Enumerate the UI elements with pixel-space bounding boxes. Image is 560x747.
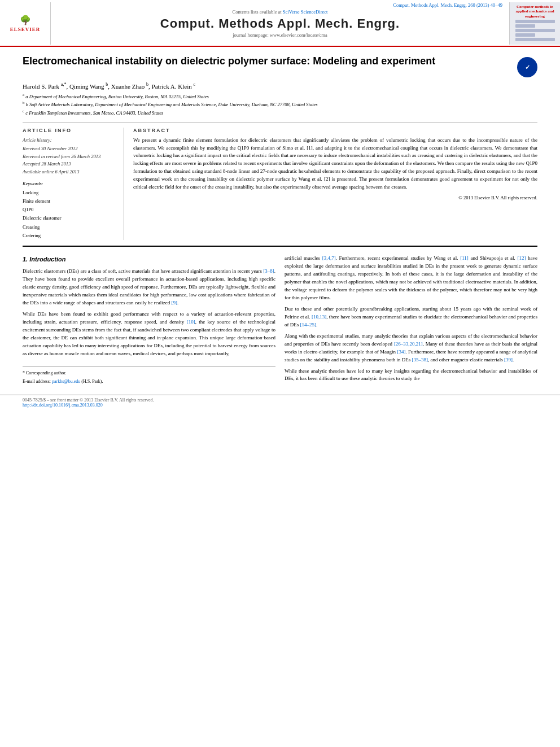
body-para-r1: artificial muscles [3,4,7]. Furthermore,… [285, 255, 537, 302]
history-accepted: Accepted 28 March 2013 [23, 160, 118, 168]
elsevier-tree-icon: 🌳 [20, 15, 31, 25]
body-para-r4: While these analytic theories have led t… [285, 368, 537, 383]
ref-14-25[interactable]: [14–25] [300, 322, 317, 327]
ref-3-8[interactable]: [3–8] [263, 268, 274, 274]
footnote-email: E-mail address: parkhs@bu.edu (H.S. Park… [23, 378, 275, 385]
journal-thumbnail-lines [515, 20, 555, 42]
history-received: Received 30 November 2012 [23, 145, 118, 153]
ref-39[interactable]: [39] [504, 357, 513, 362]
elsevier-brand-text: ELSEVIER [10, 27, 41, 32]
sciverse-line: Contents lists available at SciVerse Sci… [233, 9, 328, 15]
article-info-label: ARTICLE INFO [23, 128, 118, 133]
abstract-text: We present a dynamic finite element form… [133, 137, 537, 192]
journal-thumbnail-title: Computer methods in applied mechanics an… [512, 5, 558, 19]
history-revised: Received in revised form 26 March 2013 [23, 153, 118, 161]
history-online: Available online 6 April 2013 [23, 168, 118, 176]
copyright-line: © 2013 Elsevier B.V. All rights reserved… [133, 195, 537, 200]
ref-35-38[interactable]: [35–38] [412, 357, 428, 362]
affil-b: b b Soft Active Materials Laboratory, De… [23, 100, 537, 108]
kw-locking: Locking [23, 189, 118, 197]
body-para-2: While DEs have been found to exhibit goo… [23, 311, 275, 358]
journal-title: Comput. Methods Appl. Mech. Engrg. [160, 16, 400, 31]
footnote-area: * Corresponding author. E-mail address: … [23, 366, 275, 386]
email-label: E-mail address: [23, 379, 51, 384]
ref-11[interactable]: [11] [460, 255, 469, 261]
body-para-r3: Along with the experimental studies, man… [285, 333, 537, 364]
ref-1013[interactable]: [10,13] [312, 314, 326, 320]
ref-12[interactable]: [12] [517, 255, 526, 261]
footer-doi: http://dx.doi.org/10.1016/j.cma.2013.03.… [23, 403, 154, 408]
journal-ref-line: Comput. Methods Appl. Mech. Engrg. 260 (… [393, 1, 507, 8]
footer-doi-link[interactable]: http://dx.doi.org/10.1016/j.cma.2013.03.… [23, 403, 103, 408]
article-title-text: Electromechanical instability on dielect… [23, 55, 517, 68]
keywords-list: Locking Finite element Q1P0 Dielectric e… [23, 189, 118, 241]
affil-c: c c Franklin Templeton Investments, San … [23, 108, 537, 117]
footer-issn: 0045-7825/$ – see front matter © 2013 El… [23, 397, 154, 403]
main-body: 1. Introduction Dielectric elastomers (D… [23, 246, 537, 387]
footnote-corresponding: * Corresponding author. [23, 370, 275, 377]
email-link[interactable]: parkhs@bu.edu [52, 379, 80, 384]
ref-9[interactable]: [9] [171, 300, 177, 305]
thumbnail-line-3 [515, 29, 555, 32]
author-xuanhe: Xuanhe Zhao b, [111, 83, 152, 90]
kw-cratering: Cratering [23, 231, 118, 240]
crossmark-badge[interactable]: ✓ [517, 57, 537, 77]
author-patrick: Patrick A. Klein c [152, 83, 196, 90]
crossmark-icon: ✓ [525, 63, 530, 71]
article-info-abstract-row: ARTICLE INFO Article history: Received 3… [23, 123, 537, 241]
author-harold: Harold S. Park a,*, [23, 83, 69, 90]
journal-homepage: journal homepage: www.elsevier.com/locat… [233, 32, 327, 38]
thumbnail-line-2 [515, 24, 535, 28]
ref-26-33[interactable]: [26–33,20,21] [394, 341, 423, 347]
journal-header: 🌳 ELSEVIER Contents lists available at S… [0, 0, 560, 47]
ref-347[interactable]: [3,4,7] [322, 255, 336, 261]
body-col-left: 1. Introduction Dielectric elastomers (D… [23, 255, 275, 387]
kw-creasing: Creasing [23, 223, 118, 231]
thumbnail-line-4 [515, 33, 535, 37]
ref-34[interactable]: [34] [397, 349, 405, 355]
article-info-col: ARTICLE INFO Article history: Received 3… [23, 128, 124, 241]
body-col-right: artificial muscles [3,4,7]. Furthermore,… [285, 255, 537, 387]
abstract-label: ABSTRACT [133, 128, 537, 133]
abstract-col: ABSTRACT We present a dynamic finite ele… [133, 128, 537, 241]
thumbnail-line-5 [515, 38, 555, 41]
email-name: (H.S. Park). [81, 379, 103, 384]
keywords-title: Keywords: [23, 181, 118, 186]
article-title-row: Electromechanical instability on dielect… [23, 55, 537, 77]
body-para-1: Dielectric elastomers (DEs) are a class … [23, 268, 275, 307]
body-para-r2: Due to these and other potentially groun… [285, 305, 537, 329]
author-qiming: Qiming Wang b, [69, 83, 111, 90]
affil-a: a a Department of Mechanical Engineering… [23, 92, 537, 101]
thumbnail-line-1 [515, 20, 555, 23]
elsevier-logo: 🌳 ELSEVIER [0, 2, 51, 45]
history-title: Article history: [23, 137, 118, 145]
page-footer: 0045-7825/$ – see front matter © 2013 El… [0, 395, 560, 410]
kw-de: Dielectric elastomer [23, 214, 118, 222]
keywords-section: Keywords: Locking Finite element Q1P0 Di… [23, 181, 118, 241]
kw-q1p0: Q1P0 [23, 206, 118, 214]
intro-heading: 1. Introduction [23, 255, 275, 264]
affiliations: a a Department of Mechanical Engineering… [23, 92, 537, 117]
footer-issn-doi: 0045-7825/$ – see front matter © 2013 El… [23, 397, 154, 408]
journal-center-header: Contents lists available at SciVerse Sci… [51, 2, 509, 45]
authors-line: Harold S. Park a,*, Qiming Wang b, Xuanh… [23, 82, 537, 90]
sciverse-link[interactable]: SciVerse ScienceDirect [283, 9, 328, 15]
ref-10[interactable]: [10] [187, 319, 195, 325]
article-history: Article history: Received 30 November 20… [23, 137, 118, 176]
article-body: Electromechanical instability on dielect… [0, 47, 560, 395]
journal-right-thumbnail: Computer methods in applied mechanics an… [509, 2, 560, 45]
kw-fe: Finite element [23, 197, 118, 206]
